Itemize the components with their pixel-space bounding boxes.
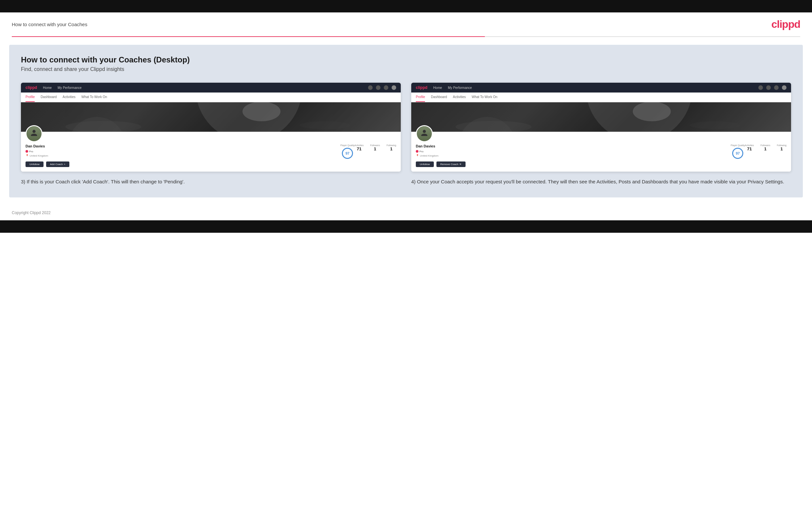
tab-profile-left[interactable]: Profile: [26, 93, 35, 102]
tab-activities-left[interactable]: Activities: [62, 93, 75, 102]
right-column: clippd Home My Performance Profile Dashb…: [411, 83, 791, 186]
right-profile-info: Dan Davies Pro 📍 United Kingdom Player Q…: [416, 144, 786, 159]
left-description: 3) If this is your Coach click 'Add Coac…: [21, 178, 401, 186]
right-banner: [411, 102, 791, 132]
left-avatar: [26, 125, 43, 142]
right-stats: Activities 71 Followers 1 Following 1: [745, 144, 786, 151]
right-profile-name: Dan Davies: [416, 144, 730, 148]
right-profile-body: Dan Davies Pro 📍 United Kingdom Player Q…: [411, 132, 791, 172]
left-buttons: Unfollow Add Coach +: [26, 162, 396, 167]
top-bar: [0, 0, 812, 12]
user-icon: [376, 85, 380, 90]
svg-point-5: [690, 121, 740, 129]
right-search-icon: [758, 85, 763, 90]
right-nav-my-performance: My Performance: [448, 86, 472, 90]
svg-point-4: [455, 121, 531, 132]
tab-what-to-work-on-left[interactable]: What To Work On: [82, 93, 107, 102]
left-player-quality: Player Quality 97: [340, 144, 355, 159]
right-user-icon: [766, 85, 771, 90]
left-nav-icons: [368, 85, 396, 90]
pro-badge-dot: [26, 150, 28, 153]
unfollow-button-right[interactable]: Unfollow: [416, 162, 434, 167]
right-buttons: Unfollow Remove Coach ✕: [416, 162, 786, 167]
right-avatar-icon: [782, 85, 786, 90]
right-description: 4) Once your Coach accepts your request …: [411, 178, 791, 186]
bottom-bar: [0, 220, 812, 233]
left-profile-body: Dan Davies Pro 📍 United Kingdom Player Q…: [21, 132, 401, 172]
right-avatar: [416, 125, 433, 142]
left-profile-info: Dan Davies Pro 📍 United Kingdom Player Q…: [26, 144, 396, 159]
right-pro-badge-dot: [416, 150, 418, 153]
right-profile-location: 📍 United Kingdom: [416, 154, 730, 157]
left-profile-details: Dan Davies Pro 📍 United Kingdom: [26, 144, 340, 157]
footer: Copyright Clippd 2022: [0, 205, 812, 220]
right-nav-icons: [758, 85, 786, 90]
right-nav-logo: clippd: [416, 85, 427, 90]
columns-container: clippd Home My Performance Profile Dashb…: [21, 83, 791, 186]
right-stat-followers: Followers 1: [760, 144, 770, 151]
svg-point-0: [242, 102, 281, 121]
add-coach-button[interactable]: Add Coach +: [46, 162, 69, 167]
copyright-text: Copyright Clippd 2022: [12, 211, 51, 215]
left-banner: [21, 102, 401, 132]
header-divider: [12, 36, 800, 37]
section-subtitle: Find, connect and share your Clippd insi…: [21, 66, 791, 72]
left-quality-circle: 97: [342, 148, 353, 159]
right-avatar-figure: [417, 126, 432, 141]
left-profile-location: 📍 United Kingdom: [26, 154, 340, 157]
tab-activities-right[interactable]: Activities: [453, 93, 465, 102]
svg-point-1: [65, 121, 141, 132]
remove-coach-button[interactable]: Remove Coach ✕: [437, 162, 465, 167]
left-nav-my-performance: My Performance: [58, 86, 82, 90]
right-stat-activities: Activities 71: [745, 144, 754, 151]
tab-what-to-work-on-right[interactable]: What To Work On: [472, 93, 498, 102]
settings-icon: [384, 85, 388, 90]
right-nav-home: Home: [433, 86, 442, 90]
left-nav: clippd Home My Performance: [21, 83, 401, 93]
left-column: clippd Home My Performance Profile Dashb…: [21, 83, 401, 186]
right-stat-following: Following 1: [777, 144, 786, 151]
section-title: How to connect with your Coaches (Deskto…: [21, 55, 791, 64]
left-profile-badge: Pro: [26, 150, 33, 153]
right-quality-circle: 97: [732, 148, 743, 159]
svg-point-3: [633, 102, 671, 121]
left-tabs: Profile Dashboard Activities What To Wor…: [21, 93, 401, 102]
right-player-quality: Player Quality 97: [730, 144, 745, 159]
right-profile-details: Dan Davies Pro 📍 United Kingdom: [416, 144, 730, 157]
left-avatar-figure: [27, 126, 42, 141]
main-content: How to connect with your Coaches (Deskto…: [9, 45, 803, 198]
right-tabs: Profile Dashboard Activities What To Wor…: [411, 93, 791, 102]
tab-profile-right[interactable]: Profile: [416, 93, 425, 102]
left-stats: Activities 71 Followers 1 Following 1: [355, 144, 396, 151]
avatar-icon: [392, 85, 396, 90]
svg-point-2: [299, 121, 350, 129]
unfollow-button-left[interactable]: Unfollow: [26, 162, 44, 167]
left-stat-activities: Activities 71: [355, 144, 364, 151]
tab-dashboard-right[interactable]: Dashboard: [431, 93, 447, 102]
header-title: How to connect with your Coaches: [12, 21, 87, 27]
left-nav-home: Home: [43, 86, 52, 90]
right-profile-badge: Pro: [416, 150, 423, 153]
search-icon: [368, 85, 373, 90]
left-stat-following: Following 1: [386, 144, 396, 151]
tab-dashboard-left[interactable]: Dashboard: [41, 93, 57, 102]
left-screenshot: clippd Home My Performance Profile Dashb…: [21, 83, 401, 172]
right-screenshot: clippd Home My Performance Profile Dashb…: [411, 83, 791, 172]
header: How to connect with your Coaches clippd: [0, 12, 812, 36]
clippd-logo: clippd: [771, 18, 800, 31]
right-nav: clippd Home My Performance: [411, 83, 791, 93]
right-settings-icon: [774, 85, 779, 90]
left-nav-logo: clippd: [26, 85, 37, 90]
left-stat-followers: Followers 1: [370, 144, 380, 151]
left-profile-name: Dan Davies: [26, 144, 340, 148]
